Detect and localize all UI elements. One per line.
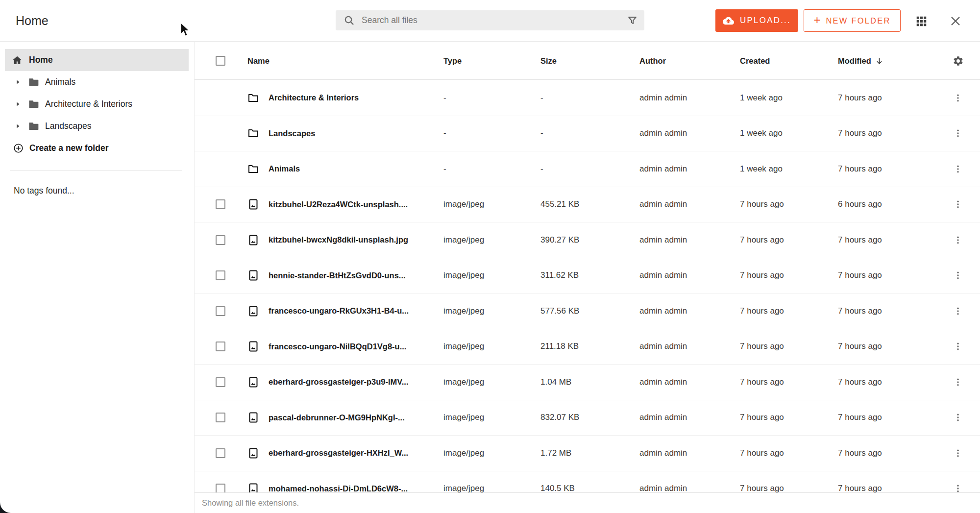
table-row[interactable]: eberhard-grossgasteiger-HXHzI_W... image… [195,436,980,471]
kebab-menu-icon[interactable] [936,93,980,103]
file-created: 7 hours ago [740,270,838,280]
folder-icon [247,92,259,104]
row-checkbox[interactable] [216,413,225,422]
sidebar-folder-tree: Animals Architecture & Interiors Landsca… [0,71,194,159]
search-icon [343,15,355,26]
row-checkbox[interactable] [216,199,225,209]
kebab-menu-icon[interactable] [936,341,980,352]
file-author: admin admin [639,377,740,387]
file-author: admin admin [639,306,740,316]
kebab-menu-icon[interactable] [936,235,980,245]
table-row[interactable]: Landscapes - - admin admin 1 week ago 7 … [195,116,980,152]
file-modified: 6 hours ago [838,199,936,209]
new-folder-button[interactable]: + NEW FOLDER [804,9,901,32]
status-text: Showing all file extensions. [202,498,299,508]
file-modified: 7 hours ago [838,448,936,458]
table-row[interactable]: Architecture & Interiors - - admin admin… [195,80,980,116]
chevron-right-icon[interactable] [15,79,22,85]
file-name: kitzbuhel-bwcxNg8dkiI-unsplash.jpg [269,235,408,244]
file-type: image/jpeg [443,342,540,351]
image-icon [247,234,259,246]
image-icon [247,376,259,388]
chevron-right-icon[interactable] [15,123,22,129]
kebab-menu-icon[interactable] [936,448,980,459]
home-icon [12,55,23,66]
close-icon[interactable] [949,14,962,28]
table-row[interactable]: kitzbuhel-U2Reza4WCtk-unsplash.... image… [195,187,980,223]
file-type: image/jpeg [443,377,540,387]
row-checkbox[interactable] [216,448,225,458]
file-size: - [540,93,639,103]
kebab-menu-icon[interactable] [936,199,980,210]
select-all-checkbox[interactable] [216,56,225,66]
file-name: francesco-ungaro-RkGUx3H1-B4-u... [269,306,409,316]
search-box[interactable] [336,10,644,30]
file-type: image/jpeg [443,413,540,422]
column-header-name[interactable]: Name [247,56,443,66]
table-row[interactable]: pascal-debrunner-O-MG9HpNKgI-... image/j… [195,400,980,436]
file-author: admin admin [639,342,740,351]
upload-button-label: UPLOAD... [740,16,791,25]
sidebar: Home Animals Architecture & Interiors La… [0,42,194,513]
column-header-modified[interactable]: Modified [838,56,936,66]
file-modified: 7 hours ago [838,413,936,422]
search-input[interactable] [362,15,627,25]
table-row[interactable]: Animals - - admin admin 1 week ago 7 hou… [195,151,980,187]
image-icon [247,341,259,352]
create-new-folder-button[interactable]: Create a new folder [0,137,194,159]
file-name: pascal-debrunner-O-MG9HpNKgI-... [269,413,405,422]
row-checkbox[interactable] [216,342,225,351]
folder-icon [28,121,39,132]
file-type: - [443,93,540,103]
kebab-menu-icon[interactable] [936,412,980,423]
add-circle-icon [13,143,24,153]
column-header-author[interactable]: Author [639,56,740,66]
file-modified: 7 hours ago [838,270,936,280]
kebab-menu-icon[interactable] [936,164,980,174]
sidebar-item-home[interactable]: Home [5,49,189,71]
column-header-type[interactable]: Type [443,56,540,66]
chevron-right-icon[interactable] [15,101,22,107]
file-name: mohamed-nohassi-Di-DmLD6cW8-... [269,484,408,493]
file-modified: 7 hours ago [838,93,936,103]
file-author: admin admin [639,235,740,245]
file-created: 7 hours ago [740,448,838,458]
table-row[interactable]: hennie-stander-BtHtZsGvdD0-uns... image/… [195,258,980,294]
kebab-menu-icon[interactable] [936,306,980,317]
sidebar-folder-item[interactable]: Animals [0,71,194,93]
row-checkbox[interactable] [216,235,225,245]
file-name: Animals [269,164,300,173]
file-name: kitzbuhel-U2Reza4WCtk-unsplash.... [269,200,408,209]
table-row[interactable]: eberhard-grossgasteiger-p3u9-lMV... imag… [195,365,980,400]
kebab-menu-icon[interactable] [936,128,980,139]
status-bar: Showing all file extensions. [195,492,980,513]
file-size: 455.21 KB [540,199,639,209]
row-checkbox[interactable] [216,377,225,387]
column-header-created[interactable]: Created [740,56,838,66]
settings-gear-icon[interactable] [936,55,980,67]
file-created: 1 week ago [740,128,838,138]
table-row[interactable]: francesco-ungaro-RkGUx3H1-B4-u... image/… [195,293,980,329]
file-size: 1.72 MB [540,448,639,458]
file-modified: 7 hours ago [838,164,936,174]
table-header-row: Name Type Size Author Created Modified [195,42,980,80]
row-checkbox[interactable] [216,270,225,280]
file-name: Landscapes [269,129,315,138]
upload-button[interactable]: UPLOAD... [715,9,798,32]
file-name: eberhard-grossgasteiger-p3u9-lMV... [269,377,408,387]
grid-view-icon[interactable] [914,14,928,28]
table-row[interactable]: francesco-ungaro-NilBQqD1Vg8-u... image/… [195,329,980,365]
file-size: 211.18 KB [540,342,639,351]
kebab-menu-icon[interactable] [936,270,980,281]
kebab-menu-icon[interactable] [936,377,980,388]
column-header-size[interactable]: Size [540,56,639,66]
sidebar-folder-item[interactable]: Architecture & Interiors [0,93,194,115]
image-icon [247,447,259,459]
folder-icon [28,76,39,88]
filter-icon[interactable] [627,15,637,25]
sort-desc-arrow-icon [875,57,883,65]
row-checkbox[interactable] [216,306,225,316]
sidebar-folder-item[interactable]: Landscapes [0,115,194,137]
new-folder-button-label: NEW FOLDER [826,16,891,25]
table-row[interactable]: kitzbuhel-bwcxNg8dkiI-unsplash.jpg image… [195,222,980,258]
